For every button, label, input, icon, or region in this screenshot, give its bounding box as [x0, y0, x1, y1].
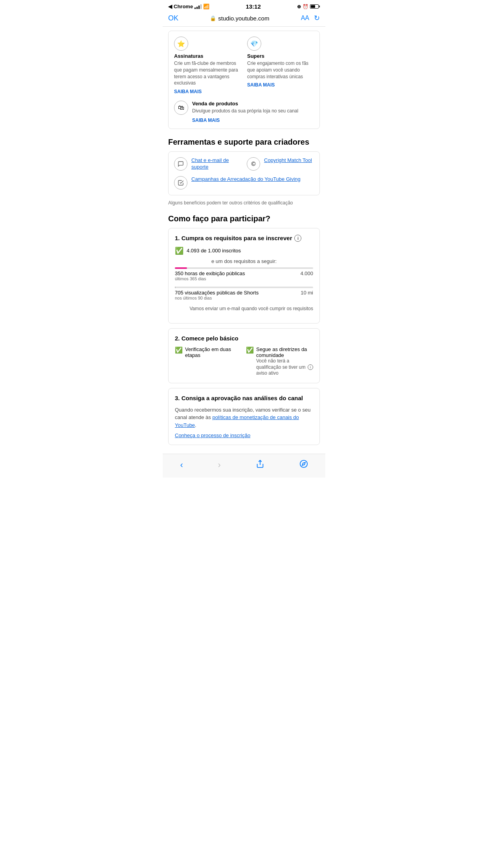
supers-cta[interactable]: SAIBA MAIS: [247, 82, 314, 88]
venda-desc: Divulgue produtos da sua própria loja no…: [192, 108, 298, 114]
monetization-cards: ⭐ Assinaturas Crie um fã-clube de membro…: [168, 31, 320, 129]
watch-hours-bar-bg: [175, 267, 313, 269]
tools-card: Chat e e-mail de suporte © Copyright Mat…: [168, 151, 320, 195]
step-3-description: Quando recebermos sua inscrição, vamos v…: [175, 406, 313, 429]
step-3-desc-text-2: .: [195, 422, 196, 428]
share-button[interactable]: [250, 458, 271, 472]
status-right: ⊕ ⏰: [297, 4, 320, 9]
subscribers-check-row: ✅ 4.093 de 1.000 inscritos: [175, 246, 313, 255]
step-1-title: 1. Cumpra os requisitos para se inscreve…: [175, 235, 313, 242]
step-3-card: 3. Consiga a aprovação nas análises do c…: [168, 388, 320, 445]
community-sub: Você não terá a qualificação se tiver um…: [256, 358, 313, 377]
learn-enrollment-link[interactable]: Conheça o processo de inscrição: [175, 432, 250, 438]
community-label: Segue as diretrizes da comunidade: [256, 346, 313, 358]
url-bar[interactable]: 🔒 studio.youtube.com: [210, 15, 269, 22]
status-left: ◀ Chrome 📶: [168, 4, 209, 9]
community-check-icon: ✅: [246, 346, 254, 354]
step-2-title: 2. Comece pelo básico: [175, 335, 313, 342]
watch-hours-label: 350 horas de exibição públicas: [175, 270, 245, 276]
shorts-views-sub: nos últimos 90 dias: [175, 296, 259, 300]
venda-cta[interactable]: SAIBA MAIS: [192, 118, 220, 123]
ok-button[interactable]: OK: [168, 14, 178, 22]
two-step-check-icon: ✅: [175, 346, 183, 354]
venda-icon: 🛍: [174, 101, 188, 115]
watch-hours-target: 4.000: [300, 270, 313, 276]
watch-hours-progress: 350 horas de exibição públicas últimos 3…: [175, 267, 313, 281]
assinaturas-desc: Crie um fã-clube de membros que pagam me…: [174, 60, 241, 86]
forward-button[interactable]: ›: [212, 458, 227, 472]
progress-section: 350 horas de exibição públicas últimos 3…: [175, 267, 313, 300]
watch-hours-labels: 350 horas de exibição públicas últimos 3…: [175, 270, 313, 281]
shorts-views-label: 705 visualizações públicas de Shorts: [175, 290, 259, 296]
chat-label[interactable]: Chat e e-mail de suporte: [191, 157, 241, 171]
card-assinaturas: ⭐ Assinaturas Crie um fã-clube de membro…: [174, 37, 241, 94]
tool-copyright: © Copyright Match Tool: [247, 157, 314, 171]
browser-bar: OK 🔒 studio.youtube.com AA ↻: [163, 11, 325, 27]
browser-actions: AA ↻: [301, 14, 320, 22]
step-3-label: 3. Consiga a aprovação nas análises do c…: [175, 395, 303, 401]
url-text: studio.youtube.com: [218, 15, 269, 22]
supers-icon: 💎: [247, 37, 261, 51]
text-size-button[interactable]: AA: [301, 15, 309, 22]
card-supers: 💎 Supers Crie engajamento com os fãs que…: [247, 37, 314, 94]
back-button[interactable]: ‹: [174, 458, 189, 472]
subscribers-check-icon: ✅: [175, 246, 183, 255]
main-content: ⭐ Assinaturas Crie um fã-clube de membro…: [163, 27, 325, 450]
card-venda-produtos: 🛍 Venda de produtos Divulgue produtos da…: [174, 101, 314, 123]
supers-title: Supers: [247, 53, 314, 59]
alarm-icon: ⏰: [303, 4, 308, 9]
watch-hours-sub: últimos 365 dias: [175, 276, 245, 281]
clock: 13:12: [246, 3, 261, 10]
step-2-card: 2. Comece pelo básico ✅ Verificação em d…: [168, 328, 320, 383]
two-step-label: Verificação em duas etapas: [185, 346, 242, 358]
tools-grid: Chat e e-mail de suporte © Copyright Mat…: [174, 157, 314, 189]
back-arrow: ◀: [168, 4, 172, 9]
community-guidelines-item: ✅ Segue as diretrizes da comunidade Você…: [246, 346, 313, 377]
tool-chat: Chat e e-mail de suporte: [174, 157, 241, 171]
supers-desc: Crie engajamento com os fãs que apoiam v…: [247, 60, 314, 80]
subscribers-count: 4.093 de 1.000 inscritos: [187, 248, 241, 254]
shorts-views-bar-fill: [175, 287, 176, 288]
svg-point-1: [300, 460, 307, 467]
step-1-label: 1. Cumpra os requisitos para se inscreve…: [175, 235, 292, 241]
qualification-note: Alguns benefícios podem ter outros crité…: [168, 200, 320, 206]
community-info-icon[interactable]: i: [308, 364, 313, 370]
shorts-views-labels: 705 visualizações públicas de Shorts nos…: [175, 290, 313, 300]
campanhas-label[interactable]: Campanhas de Arrecadação do YouTube Givi…: [191, 176, 301, 183]
watch-hours-bar-fill: [175, 267, 187, 269]
how-to-title: Como faço para participar?: [168, 214, 320, 223]
assinaturas-title: Assinaturas: [174, 53, 241, 59]
divider-text: e um dos requisitos a seguir:: [175, 258, 313, 264]
step-3-title: 3. Consiga a aprovação nas análises do c…: [175, 395, 313, 401]
campanhas-icon: [174, 176, 187, 189]
screen-lock-icon: ⊕: [297, 4, 301, 9]
tool-campanhas: Campanhas de Arrecadação do YouTube Givi…: [174, 176, 314, 189]
step-1-card: 1. Cumpra os requisitos para se inscreve…: [168, 228, 320, 324]
shorts-views-progress: 705 visualizações públicas de Shorts nos…: [175, 287, 313, 300]
venda-title: Venda de produtos: [192, 101, 298, 107]
card-grid: ⭐ Assinaturas Crie um fã-clube de membro…: [174, 37, 314, 123]
wifi-icon: 📶: [203, 4, 209, 9]
carrier-name: Chrome: [174, 4, 193, 9]
shorts-views-bar-bg: [175, 287, 313, 288]
tools-section-title: Ferramentas e suporte para criadores: [168, 138, 320, 147]
step-2-label: 2. Comece pelo básico: [175, 335, 238, 342]
assinaturas-icon: ⭐: [174, 37, 188, 51]
chat-icon: [174, 157, 187, 171]
assinaturas-cta[interactable]: SAIBA MAIS: [174, 89, 241, 94]
step-2-grid: ✅ Verificação em duas etapas ✅ Segue as …: [175, 346, 313, 377]
battery-indicator: [310, 4, 320, 9]
copyright-label[interactable]: Copyright Match Tool: [264, 157, 312, 164]
signal-bars: [194, 4, 202, 9]
two-step-verification-item: ✅ Verificação em duas etapas: [175, 346, 242, 377]
compass-button[interactable]: [293, 458, 314, 472]
email-notification-note: Vamos enviar um e-mail quando você cumpr…: [175, 306, 313, 311]
shorts-views-target: 10 mi: [301, 290, 313, 296]
status-bar: ◀ Chrome 📶 13:12 ⊕ ⏰: [163, 0, 325, 11]
bottom-nav: ‹ ›: [163, 454, 325, 478]
lock-icon: 🔒: [210, 15, 216, 21]
copyright-icon: ©: [247, 157, 260, 171]
reload-button[interactable]: ↻: [314, 14, 320, 22]
step-1-info-icon[interactable]: i: [294, 235, 301, 242]
svg-marker-2: [302, 462, 305, 465]
